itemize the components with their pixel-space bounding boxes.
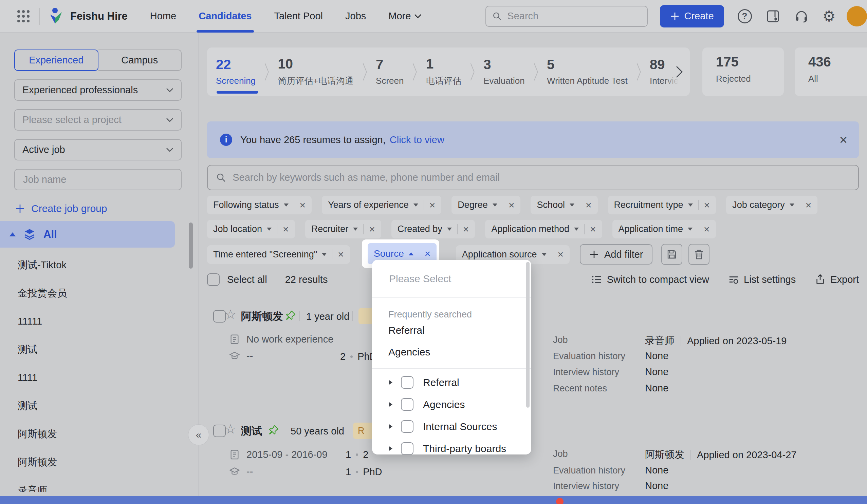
remove-filter-icon[interactable]: × [704, 224, 710, 234]
tree-option[interactable]: Agencies [372, 393, 531, 416]
filter-chip[interactable]: School × [531, 196, 598, 214]
candidate-name[interactable]: 阿斯顿发 [241, 309, 283, 324]
filter-chip[interactable]: Recruitment type × [608, 196, 716, 214]
banner-close-icon[interactable]: × [839, 133, 847, 146]
nav-more[interactable]: More [388, 0, 421, 33]
stage-screening[interactable]: 22 Screening [216, 57, 256, 86]
dropdown-scrollbar[interactable] [526, 262, 529, 408]
remove-filter-icon[interactable]: × [283, 224, 289, 234]
add-filter-button[interactable]: Add filter [580, 244, 652, 265]
candidate-row[interactable]: ☆ 测试 50 years old R 2015-09 - 2016-09 1 … [207, 415, 859, 504]
candidate-name[interactable]: 测试 [241, 424, 262, 438]
tree-option[interactable]: Internal Sources [372, 416, 531, 438]
star-icon[interactable]: ☆ [225, 423, 236, 436]
remove-filter-icon[interactable]: × [558, 249, 564, 260]
compact-view-button[interactable]: Switch to compact view [591, 274, 709, 285]
select-all-checkbox[interactable] [207, 273, 220, 286]
pipeline-scroll-right-icon[interactable] [675, 65, 684, 79]
filter-chip[interactable]: Recruiter × [305, 220, 381, 239]
job-list-item[interactable]: 测试 [0, 392, 193, 420]
remove-filter-icon[interactable]: × [590, 224, 596, 234]
caret-right-icon[interactable] [388, 446, 393, 451]
job-list-item[interactable]: 阿斯顿发 [0, 448, 193, 476]
settings-gear-icon[interactable]: ⚙ [823, 9, 836, 24]
tree-checkbox[interactable] [401, 398, 414, 411]
job-name-input[interactable] [22, 174, 173, 186]
tab-experienced[interactable]: Experienced [14, 50, 98, 71]
tree-checkbox[interactable] [401, 442, 414, 454]
help-icon[interactable]: ? [738, 9, 752, 23]
stage-phone-eval[interactable]: 1 电话评估 [426, 57, 461, 87]
stage-written-test[interactable]: 5 Written Aptitude Test [547, 57, 628, 86]
save-filter-button[interactable] [661, 244, 682, 265]
remove-filter-icon[interactable]: × [369, 224, 375, 234]
job-status-select[interactable]: Active job [14, 139, 182, 161]
remove-filter-icon[interactable]: × [300, 200, 306, 210]
filter-chip-time-entered[interactable]: Time entered "Screening" × [207, 245, 350, 264]
create-job-group-button[interactable]: Create job group [15, 201, 107, 216]
job-list-item[interactable]: 阿斯顿发 [0, 420, 193, 448]
nav-jobs[interactable]: Jobs [345, 0, 366, 33]
stage-evaluation[interactable]: 3 Evaluation [483, 57, 524, 86]
candidate-checkbox[interactable] [213, 310, 226, 322]
source-search-input[interactable] [388, 273, 515, 285]
nav-talent-pool[interactable]: Talent Pool [274, 0, 323, 33]
frequent-option[interactable]: Referral [372, 319, 531, 341]
nav-home[interactable]: Home [150, 0, 176, 33]
sidebar-collapse-button[interactable]: « [188, 424, 209, 445]
all-card[interactable]: 436 All [795, 47, 867, 96]
user-avatar[interactable] [847, 6, 867, 26]
delete-filter-button[interactable] [688, 244, 709, 265]
sidebar-scrollbar[interactable] [189, 222, 193, 269]
remove-filter-icon[interactable]: × [586, 200, 592, 210]
tab-campus[interactable]: Campus [98, 50, 182, 71]
star-icon[interactable]: ☆ [225, 308, 236, 321]
tree-checkbox[interactable] [401, 376, 414, 389]
create-button[interactable]: Create [660, 5, 724, 28]
source-search-field[interactable] [372, 260, 531, 298]
app-grid-icon[interactable] [15, 9, 31, 24]
stage-resume-eval[interactable]: 10 简历评估+电话沟通 [278, 57, 353, 87]
job-list-item[interactable]: 录音师 [0, 476, 193, 492]
candidate-row[interactable]: ☆ 阿斯顿发 1 year old No work experience -- … [207, 300, 859, 413]
support-headset-icon[interactable] [794, 9, 809, 24]
frequent-option[interactable]: Agencies [372, 341, 531, 363]
stage-screen[interactable]: 7 Screen [376, 57, 404, 86]
filter-chip[interactable]: Following status × [207, 196, 312, 214]
caret-right-icon[interactable] [388, 402, 393, 407]
job-list-item[interactable]: 11111 [0, 307, 193, 336]
remove-filter-icon[interactable]: × [805, 200, 812, 210]
caret-right-icon[interactable] [388, 380, 393, 385]
global-search[interactable] [485, 6, 648, 27]
global-search-input[interactable] [506, 10, 641, 22]
filter-chip[interactable]: Job category × [726, 196, 817, 214]
job-group-all[interactable]: All [0, 221, 175, 248]
remove-filter-icon[interactable]: × [338, 249, 344, 260]
list-settings-button[interactable]: List settings [728, 274, 796, 285]
caret-right-icon[interactable] [388, 424, 393, 429]
remove-filter-icon[interactable]: × [429, 200, 436, 210]
tree-option[interactable]: Third-party boards [372, 438, 531, 454]
project-select[interactable]: Please select a project [14, 109, 182, 131]
filter-chip[interactable]: Application method × [485, 220, 602, 239]
filter-chip[interactable]: Application time × [612, 220, 716, 239]
candidate-checkbox[interactable] [213, 425, 226, 437]
remove-filter-icon[interactable]: × [704, 200, 710, 210]
filter-chip[interactable]: Degree × [451, 196, 521, 214]
job-name-field[interactable] [14, 169, 182, 190]
filter-chip[interactable]: Job location × [207, 220, 295, 239]
job-list-item[interactable]: 测试 [0, 336, 193, 364]
banner-link[interactable]: Click to view [390, 134, 445, 145]
remove-filter-icon[interactable]: × [509, 200, 515, 210]
candidate-search[interactable] [207, 165, 859, 190]
remove-filter-icon[interactable]: × [425, 249, 431, 259]
tree-option[interactable]: Referral [372, 371, 531, 393]
job-list-item[interactable]: 金投赏会员 [0, 279, 193, 307]
nav-candidates[interactable]: Candidates [199, 0, 251, 33]
job-list-item[interactable]: 测试-Tiktok [0, 251, 193, 279]
filter-chip[interactable]: Created by × [392, 220, 475, 239]
filter-chip[interactable]: Years of experience × [322, 196, 441, 214]
remove-filter-icon[interactable]: × [463, 224, 469, 234]
collapse-triangle-icon[interactable] [10, 232, 15, 237]
export-button[interactable]: Export [815, 274, 859, 285]
